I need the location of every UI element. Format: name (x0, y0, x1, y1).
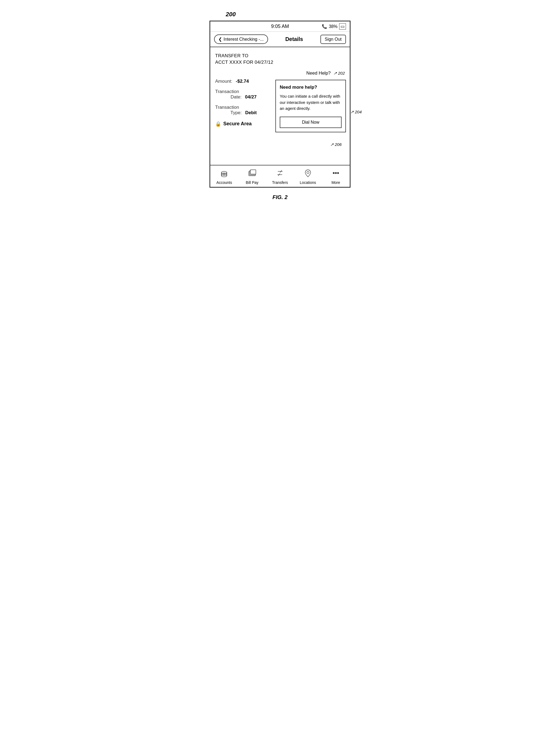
nav-item-more[interactable]: More (322, 166, 350, 187)
accounts-icon (220, 169, 228, 179)
bill-pay-icon (248, 169, 256, 179)
back-chevron-icon: ❮ (218, 37, 222, 42)
annotation-206: ↗ 206 (330, 142, 342, 147)
svg-point-11 (337, 172, 339, 174)
popup-body: You can initiate a call directly with ou… (280, 93, 342, 112)
amount-value: -$2.74 (236, 79, 249, 84)
phone-frame: 9:05 AM 📞 38% ▭ ❮ Interest Checking -...… (209, 21, 351, 188)
transaction-date-label: Transaction Date: (215, 89, 241, 100)
back-button-label: Interest Checking -... (224, 37, 264, 42)
locations-icon (304, 169, 312, 179)
help-popup: Need more help? You can initiate a call … (275, 80, 346, 132)
transaction-date-value: 04/27 (245, 94, 257, 100)
figure-annotation-200: 200 (226, 11, 351, 18)
svg-point-9 (333, 172, 334, 174)
nav-item-transfers[interactable]: Transfers (266, 166, 294, 187)
more-icon (332, 169, 340, 179)
transfers-label: Transfers (272, 180, 288, 185)
nav-item-accounts[interactable]: Accounts (210, 166, 238, 187)
transaction-title: TRANSFER TO ACCT XXXX FOR 04/27/12 (215, 53, 345, 66)
figure-caption: FIG. 2 (272, 194, 288, 201)
transaction-type-label: Transaction Type: (215, 105, 242, 115)
battery-icon: ▭ (339, 23, 346, 30)
battery-percent: 38% (329, 24, 338, 29)
main-content: TRANSFER TO ACCT XXXX FOR 04/27/12 Need … (210, 47, 350, 165)
back-button[interactable]: ❮ Interest Checking -... (214, 34, 268, 44)
nav-bar: ❮ Interest Checking -... Details Sign Ou… (210, 32, 350, 47)
svg-point-8 (307, 171, 309, 174)
bill-pay-label: Bill Pay (246, 180, 259, 185)
transfers-icon (276, 169, 284, 179)
svg-point-2 (221, 171, 227, 174)
more-label: More (332, 180, 340, 185)
bottom-nav: Accounts Bill Pay (210, 165, 350, 187)
dial-now-button[interactable]: Dial Now (280, 117, 342, 128)
secure-area-label: Secure Area (223, 121, 252, 127)
svg-point-10 (335, 172, 336, 174)
status-right: 📞 38% ▭ (322, 23, 346, 30)
lock-icon: 🔒 (215, 121, 221, 127)
need-help-link[interactable]: Need Help? (306, 71, 331, 76)
sign-out-button[interactable]: Sign Out (320, 35, 346, 44)
locations-label: Locations (300, 180, 316, 185)
nav-item-locations[interactable]: Locations (294, 166, 322, 187)
accounts-label: Accounts (217, 180, 232, 185)
amount-label: Amount: (215, 79, 232, 84)
status-bar: 9:05 AM 📞 38% ▭ (210, 21, 350, 32)
annotation-202: ↗ 202 (333, 71, 345, 76)
nav-item-bill-pay[interactable]: Bill Pay (238, 166, 266, 187)
popup-title: Need more help? (280, 85, 342, 90)
page-title: Details (285, 36, 303, 42)
transaction-type-value: Debit (245, 110, 257, 115)
svg-rect-7 (250, 170, 256, 174)
annotation-204: ↗ 204 (350, 110, 362, 115)
need-help-row: Need Help? ↗ 202 (215, 71, 345, 76)
signal-icon: 📞 (322, 24, 327, 29)
